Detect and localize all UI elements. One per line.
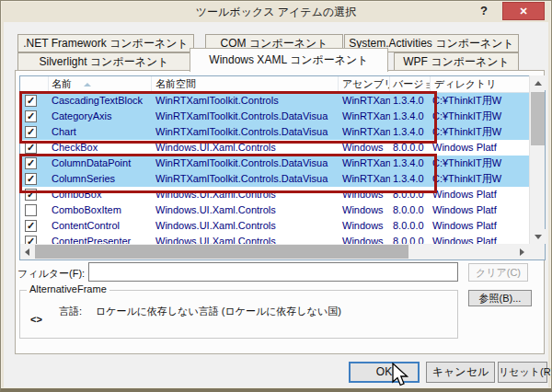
cell-directory: Windows Platf (431, 187, 529, 202)
scroll-up-button[interactable] (530, 75, 546, 90)
cell-directory: Windows Platf (431, 202, 529, 218)
horizontal-scrollbar-thumb[interactable] (35, 245, 408, 259)
table-row[interactable]: ✓ColumnSeriesWinRTXamlToolkit.Controls.D… (20, 171, 529, 187)
reset-button[interactable]: リセット(R) (498, 362, 547, 383)
vertical-scrollbar-thumb[interactable] (531, 92, 545, 145)
language-value: ロケールに依存しない言語 (ロケールに依存しない国) (96, 305, 341, 318)
cell-directory: C:¥ThinkIT用W (431, 93, 529, 109)
dialog-window: ツールボックス アイテムの選択 ? ✕ .NET Framework コンポーネ… (0, 0, 552, 392)
cell-assembly: WinRTXan (339, 156, 390, 171)
cell-name: ComboBoxItem (49, 202, 152, 218)
checkbox-unchecked[interactable] (25, 204, 37, 216)
tab-windows-xaml[interactable]: Windows XAML コンポーネント (190, 48, 388, 72)
chevron-left-icon (25, 248, 29, 256)
filter-input[interactable] (88, 262, 458, 282)
cell-name: CascadingTextBlock (49, 93, 152, 109)
row-checkbox-cell: ✓ (20, 156, 49, 171)
ok-button[interactable]: OK (349, 362, 420, 383)
cell-namespace: WinRTXamlToolkit.Controls.DataVisua (152, 124, 339, 140)
checkbox-checked[interactable]: ✓ (25, 157, 37, 169)
cell-name: ContentPresenter (49, 234, 152, 244)
tab-dotnet-framework[interactable]: .NET Framework コンポーネント (17, 34, 194, 52)
cell-directory: Windows Platf (431, 218, 529, 234)
close-icon: ✕ (519, 6, 527, 17)
cell-assembly: Windows (339, 140, 390, 156)
cell-version: 8.0.0.0 (390, 140, 431, 156)
col-header-checkbox[interactable] (20, 76, 49, 93)
cell-namespace: Windows.UI.Xaml.Controls (152, 234, 339, 244)
sort-ascending-icon (84, 83, 91, 86)
table-row[interactable]: ✓ComboBoxWindows.UI.Xaml.ControlsWindows… (20, 187, 529, 202)
vertical-scrollbar[interactable] (529, 75, 545, 244)
col-header-assembly[interactable]: アセンブリ名 (339, 76, 390, 93)
cell-namespace: WinRTXamlToolkit.Controls (152, 93, 339, 109)
cell-namespace: Windows.UI.Xaml.Controls (152, 140, 339, 156)
row-checkbox-cell: ✓ (20, 234, 49, 244)
component-list[interactable]: 名前 名前空間 アセンブリ名 バージョン ディレクトリ ✓CascadingTe… (19, 75, 546, 260)
table-row[interactable]: ✓CategoryAxisWinRTXamlToolkit.Controls.D… (20, 109, 529, 124)
table-row[interactable]: ✓ColumnDataPointWinRTXamlToolkit.Control… (20, 156, 529, 171)
table-row[interactable]: ✓ChartWinRTXamlToolkit.Controls.DataVisu… (20, 124, 529, 140)
clear-button[interactable]: クリア(C) (468, 263, 528, 282)
checkbox-checked[interactable]: ✓ (25, 173, 37, 185)
cell-namespace: Windows.UI.Xaml.Controls (152, 187, 339, 202)
cell-namespace: WinRTXamlToolkit.Controls.DataVisua (152, 171, 339, 187)
scroll-right-button[interactable] (514, 244, 529, 259)
checkbox-checked[interactable]: ✓ (25, 142, 37, 154)
cell-version: 8.0.0.0 (390, 218, 431, 234)
cell-directory: C:¥ThinkIT用W (431, 109, 529, 124)
row-checkbox-cell: ✓ (20, 124, 49, 140)
chevron-up-icon (535, 81, 542, 86)
cell-version: 1.3.4.0 (390, 93, 431, 109)
cell-namespace: Windows.UI.Xaml.Controls (152, 202, 339, 218)
table-row[interactable]: ✓CheckBoxWindows.UI.Xaml.ControlsWindows… (20, 140, 529, 156)
cell-version: 1.3.4.0 (390, 109, 431, 124)
details-group-title: AlternativeFrame (27, 283, 109, 294)
cell-directory: C:¥ThinkIT用W (431, 156, 529, 171)
row-checkbox-cell: ✓ (20, 218, 49, 234)
cell-assembly: Windows (339, 202, 390, 218)
checkbox-checked[interactable]: ✓ (25, 236, 37, 244)
cell-namespace: WinRTXamlToolkit.Controls.DataVisua (152, 156, 339, 171)
cell-namespace: Windows.UI.Xaml.Controls (152, 218, 339, 234)
table-row[interactable]: ✓ContentPresenterWindows.UI.Xaml.Control… (20, 234, 529, 244)
close-button[interactable]: ✕ (502, 2, 545, 20)
cell-directory: C:¥ThinkIT用W (431, 124, 529, 140)
filter-label: フィルター(F): (17, 267, 85, 281)
chevron-down-icon (535, 235, 542, 239)
list-body: ✓CascadingTextBlockWinRTXamlToolkit.Cont… (20, 93, 529, 244)
cell-assembly: WinRTXan (339, 124, 390, 140)
tab-silverlight[interactable]: Silverlight コンポーネント (17, 52, 190, 71)
chevron-right-icon (520, 248, 524, 256)
cell-name: Chart (49, 124, 152, 140)
row-checkbox-cell: ✓ (20, 93, 49, 109)
table-row[interactable]: ComboBoxItemWindows.UI.Xaml.ControlsWind… (20, 202, 529, 218)
cell-version: 8.0.0.0 (390, 202, 431, 218)
cell-directory: Windows Platf (431, 140, 529, 156)
checkbox-checked[interactable]: ✓ (25, 126, 37, 138)
horizontal-scrollbar[interactable] (20, 244, 529, 259)
browse-button[interactable]: 参照(B)... (468, 290, 532, 306)
checkbox-checked[interactable]: ✓ (25, 220, 37, 232)
titlebar[interactable]: ツールボックス アイテムの選択 ? ✕ (1, 1, 551, 21)
scroll-down-button[interactable] (530, 229, 546, 244)
col-header-directory[interactable]: ディレクトリ (431, 76, 529, 93)
cell-name: CategoryAxis (49, 109, 152, 124)
checkbox-checked[interactable]: ✓ (25, 95, 37, 107)
row-checkbox-cell: ✓ (20, 171, 49, 187)
checkbox-checked[interactable]: ✓ (25, 189, 37, 201)
window-title: ツールボックス アイテムの選択 (1, 5, 551, 20)
col-header-namespace[interactable]: 名前空間 (152, 76, 339, 93)
table-row[interactable]: ✓ContentControlWindows.UI.Xaml.ControlsW… (20, 218, 529, 234)
col-header-name[interactable]: 名前 (49, 76, 152, 93)
checkbox-checked[interactable]: ✓ (25, 110, 37, 122)
tab-wpf[interactable]: WPF コンポーネント (394, 52, 519, 71)
cancel-button[interactable]: キャンセル (426, 362, 495, 383)
help-icon[interactable]: ? (480, 4, 488, 17)
table-row[interactable]: ✓CascadingTextBlockWinRTXamlToolkit.Cont… (20, 93, 529, 109)
scrollbar-corner (529, 244, 545, 259)
language-label: 言語: (59, 305, 82, 318)
col-header-version[interactable]: バージョン (390, 76, 431, 93)
scroll-left-button[interactable] (20, 244, 35, 259)
angle-brackets-icon: <> (30, 314, 42, 325)
